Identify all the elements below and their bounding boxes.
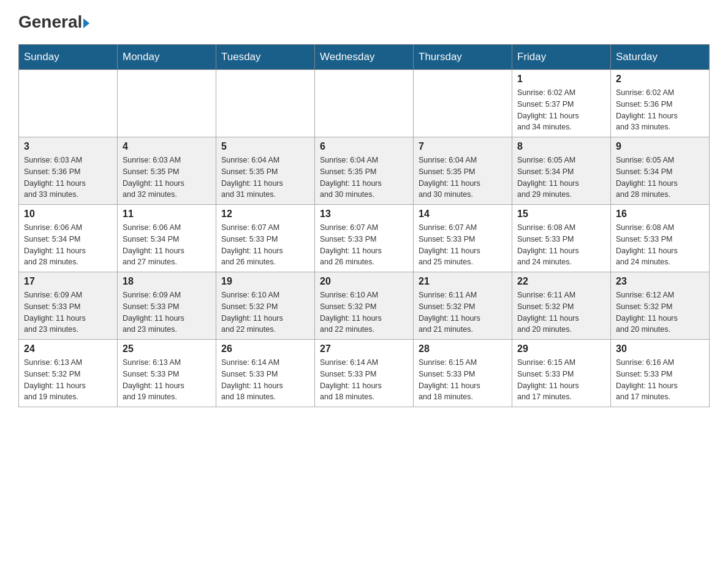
- calendar-cell: 6Sunrise: 6:04 AM Sunset: 5:35 PM Daylig…: [315, 137, 414, 205]
- day-info: Sunrise: 6:07 AM Sunset: 5:33 PM Dayligh…: [419, 222, 507, 268]
- day-info: Sunrise: 6:04 AM Sunset: 5:35 PM Dayligh…: [221, 155, 309, 201]
- calendar-cell: 5Sunrise: 6:04 AM Sunset: 5:35 PM Daylig…: [216, 137, 315, 205]
- day-info: Sunrise: 6:06 AM Sunset: 5:34 PM Dayligh…: [123, 222, 211, 268]
- calendar-day-header: Friday: [512, 45, 611, 70]
- calendar-week-row: 10Sunrise: 6:06 AM Sunset: 5:34 PM Dayli…: [19, 205, 710, 272]
- day-info: Sunrise: 6:08 AM Sunset: 5:33 PM Dayligh…: [517, 222, 605, 268]
- day-info: Sunrise: 6:12 AM Sunset: 5:32 PM Dayligh…: [616, 289, 704, 335]
- day-number: 26: [221, 343, 309, 354]
- day-number: 7: [419, 141, 507, 152]
- day-number: 11: [123, 209, 211, 220]
- calendar-cell: 29Sunrise: 6:15 AM Sunset: 5:33 PM Dayli…: [512, 340, 611, 407]
- day-info: Sunrise: 6:15 AM Sunset: 5:33 PM Dayligh…: [517, 357, 605, 403]
- day-number: 3: [24, 141, 112, 152]
- calendar-cell: 21Sunrise: 6:11 AM Sunset: 5:32 PM Dayli…: [414, 272, 512, 340]
- calendar-cell: 3Sunrise: 6:03 AM Sunset: 5:36 PM Daylig…: [19, 137, 118, 205]
- day-number: 13: [320, 209, 408, 220]
- logo: General: [18, 12, 89, 32]
- logo-text: General: [18, 12, 89, 32]
- calendar-cell: 12Sunrise: 6:07 AM Sunset: 5:33 PM Dayli…: [216, 205, 315, 272]
- day-info: Sunrise: 6:13 AM Sunset: 5:33 PM Dayligh…: [123, 357, 211, 403]
- day-info: Sunrise: 6:09 AM Sunset: 5:33 PM Dayligh…: [24, 289, 112, 335]
- calendar-cell: 10Sunrise: 6:06 AM Sunset: 5:34 PM Dayli…: [19, 205, 118, 272]
- calendar-table: SundayMondayTuesdayWednesdayThursdayFrid…: [18, 44, 710, 407]
- day-number: 5: [221, 141, 309, 152]
- day-info: Sunrise: 6:02 AM Sunset: 5:37 PM Dayligh…: [517, 87, 605, 133]
- day-number: 20: [320, 276, 408, 287]
- calendar-cell: 13Sunrise: 6:07 AM Sunset: 5:33 PM Dayli…: [315, 205, 414, 272]
- calendar-cell: 25Sunrise: 6:13 AM Sunset: 5:33 PM Dayli…: [118, 340, 216, 407]
- day-info: Sunrise: 6:08 AM Sunset: 5:33 PM Dayligh…: [616, 222, 704, 268]
- day-number: 22: [517, 276, 605, 287]
- day-number: 17: [24, 276, 112, 287]
- day-number: 28: [419, 343, 507, 354]
- calendar-cell: [414, 70, 512, 137]
- calendar-week-row: 17Sunrise: 6:09 AM Sunset: 5:33 PM Dayli…: [19, 272, 710, 340]
- day-info: Sunrise: 6:13 AM Sunset: 5:32 PM Dayligh…: [24, 357, 112, 403]
- logo-arrow-icon: [83, 18, 89, 28]
- calendar-cell: [315, 70, 414, 137]
- calendar-cell: 7Sunrise: 6:04 AM Sunset: 5:35 PM Daylig…: [414, 137, 512, 205]
- page-header: General: [18, 12, 710, 32]
- day-number: 15: [517, 209, 605, 220]
- day-info: Sunrise: 6:11 AM Sunset: 5:32 PM Dayligh…: [419, 289, 507, 335]
- calendar-cell: 4Sunrise: 6:03 AM Sunset: 5:35 PM Daylig…: [118, 137, 216, 205]
- day-number: 4: [123, 141, 211, 152]
- logo-general-text: General: [18, 12, 82, 32]
- calendar-cell: 28Sunrise: 6:15 AM Sunset: 5:33 PM Dayli…: [414, 340, 512, 407]
- day-number: 27: [320, 343, 408, 354]
- day-number: 16: [616, 209, 704, 220]
- calendar-day-header: Wednesday: [315, 45, 414, 70]
- calendar-cell: 18Sunrise: 6:09 AM Sunset: 5:33 PM Dayli…: [118, 272, 216, 340]
- calendar-day-header: Sunday: [19, 45, 118, 70]
- calendar-week-row: 3Sunrise: 6:03 AM Sunset: 5:36 PM Daylig…: [19, 137, 710, 205]
- calendar-day-header: Saturday: [611, 45, 710, 70]
- day-number: 19: [221, 276, 309, 287]
- calendar-cell: 19Sunrise: 6:10 AM Sunset: 5:32 PM Dayli…: [216, 272, 315, 340]
- calendar-cell: 8Sunrise: 6:05 AM Sunset: 5:34 PM Daylig…: [512, 137, 611, 205]
- day-info: Sunrise: 6:11 AM Sunset: 5:32 PM Dayligh…: [517, 289, 605, 335]
- day-info: Sunrise: 6:14 AM Sunset: 5:33 PM Dayligh…: [320, 357, 408, 403]
- calendar-cell: 22Sunrise: 6:11 AM Sunset: 5:32 PM Dayli…: [512, 272, 611, 340]
- calendar-cell: 14Sunrise: 6:07 AM Sunset: 5:33 PM Dayli…: [414, 205, 512, 272]
- day-info: Sunrise: 6:10 AM Sunset: 5:32 PM Dayligh…: [221, 289, 309, 335]
- day-info: Sunrise: 6:04 AM Sunset: 5:35 PM Dayligh…: [419, 155, 507, 201]
- calendar-cell: 30Sunrise: 6:16 AM Sunset: 5:33 PM Dayli…: [611, 340, 710, 407]
- calendar-week-row: 1Sunrise: 6:02 AM Sunset: 5:37 PM Daylig…: [19, 70, 710, 137]
- day-number: 21: [419, 276, 507, 287]
- calendar-cell: [118, 70, 216, 137]
- day-number: 12: [221, 209, 309, 220]
- calendar-cell: 11Sunrise: 6:06 AM Sunset: 5:34 PM Dayli…: [118, 205, 216, 272]
- day-info: Sunrise: 6:05 AM Sunset: 5:34 PM Dayligh…: [616, 155, 704, 201]
- day-info: Sunrise: 6:03 AM Sunset: 5:35 PM Dayligh…: [123, 155, 211, 201]
- day-info: Sunrise: 6:10 AM Sunset: 5:32 PM Dayligh…: [320, 289, 408, 335]
- day-info: Sunrise: 6:04 AM Sunset: 5:35 PM Dayligh…: [320, 155, 408, 201]
- day-number: 18: [123, 276, 211, 287]
- day-number: 24: [24, 343, 112, 354]
- day-info: Sunrise: 6:16 AM Sunset: 5:33 PM Dayligh…: [616, 357, 704, 403]
- calendar-cell: 23Sunrise: 6:12 AM Sunset: 5:32 PM Dayli…: [611, 272, 710, 340]
- calendar-header-row: SundayMondayTuesdayWednesdayThursdayFrid…: [19, 45, 710, 70]
- day-number: 9: [616, 141, 704, 152]
- calendar-cell: 16Sunrise: 6:08 AM Sunset: 5:33 PM Dayli…: [611, 205, 710, 272]
- day-info: Sunrise: 6:15 AM Sunset: 5:33 PM Dayligh…: [419, 357, 507, 403]
- calendar-cell: 26Sunrise: 6:14 AM Sunset: 5:33 PM Dayli…: [216, 340, 315, 407]
- calendar-cell: 20Sunrise: 6:10 AM Sunset: 5:32 PM Dayli…: [315, 272, 414, 340]
- calendar-cell: 1Sunrise: 6:02 AM Sunset: 5:37 PM Daylig…: [512, 70, 611, 137]
- calendar-cell: 15Sunrise: 6:08 AM Sunset: 5:33 PM Dayli…: [512, 205, 611, 272]
- day-number: 14: [419, 209, 507, 220]
- day-info: Sunrise: 6:06 AM Sunset: 5:34 PM Dayligh…: [24, 222, 112, 268]
- calendar-cell: [19, 70, 118, 137]
- day-number: 30: [616, 343, 704, 354]
- day-number: 2: [616, 74, 704, 85]
- day-number: 1: [517, 74, 605, 85]
- day-info: Sunrise: 6:07 AM Sunset: 5:33 PM Dayligh…: [320, 222, 408, 268]
- calendar-day-header: Monday: [118, 45, 216, 70]
- day-number: 6: [320, 141, 408, 152]
- day-info: Sunrise: 6:14 AM Sunset: 5:33 PM Dayligh…: [221, 357, 309, 403]
- calendar-cell: 24Sunrise: 6:13 AM Sunset: 5:32 PM Dayli…: [19, 340, 118, 407]
- calendar-day-header: Tuesday: [216, 45, 315, 70]
- calendar-week-row: 24Sunrise: 6:13 AM Sunset: 5:32 PM Dayli…: [19, 340, 710, 407]
- calendar-day-header: Thursday: [414, 45, 512, 70]
- day-number: 8: [517, 141, 605, 152]
